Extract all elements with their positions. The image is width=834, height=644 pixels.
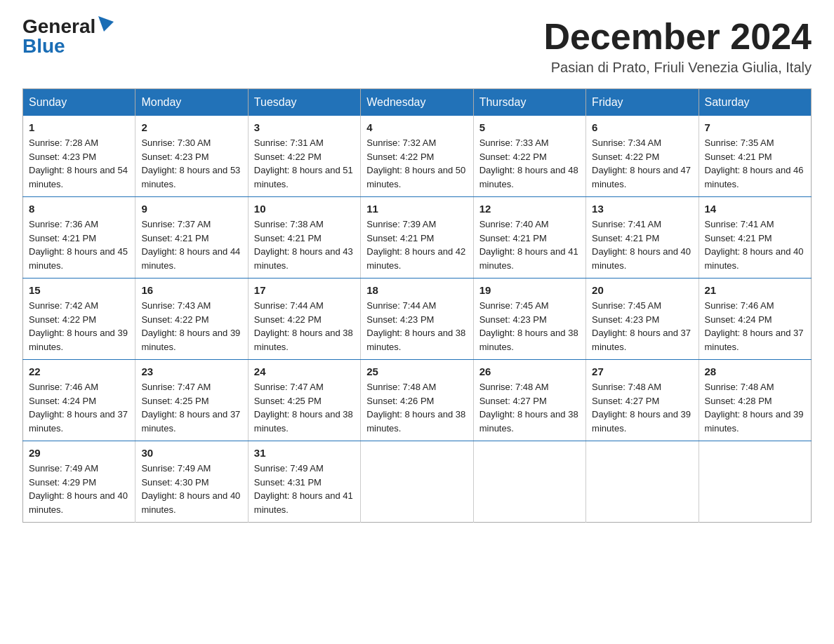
calendar-day-cell: 26 Sunrise: 7:48 AMSunset: 4:27 PMDaylig… [473, 360, 585, 441]
calendar-day-cell: 3 Sunrise: 7:31 AMSunset: 4:22 PMDayligh… [248, 116, 360, 197]
day-number: 2 [141, 121, 241, 133]
day-number: 8 [29, 203, 129, 215]
calendar-day-cell: 25 Sunrise: 7:48 AMSunset: 4:26 PMDaylig… [361, 360, 473, 441]
day-info: Sunrise: 7:31 AMSunset: 4:22 PMDaylight:… [254, 137, 353, 189]
day-info: Sunrise: 7:32 AMSunset: 4:22 PMDaylight:… [366, 137, 465, 189]
day-number: 17 [254, 284, 355, 296]
calendar-day-cell: 18 Sunrise: 7:44 AMSunset: 4:23 PMDaylig… [361, 279, 473, 360]
day-number: 6 [592, 121, 692, 133]
calendar-week-row: 22 Sunrise: 7:46 AMSunset: 4:24 PMDaylig… [23, 360, 812, 441]
day-info: Sunrise: 7:47 AMSunset: 4:25 PMDaylight:… [254, 382, 353, 434]
calendar-day-cell: 23 Sunrise: 7:47 AMSunset: 4:25 PMDaylig… [135, 360, 248, 441]
day-info: Sunrise: 7:48 AMSunset: 4:27 PMDaylight:… [592, 382, 691, 434]
calendar-day-cell: 24 Sunrise: 7:47 AMSunset: 4:25 PMDaylig… [248, 360, 360, 441]
day-info: Sunrise: 7:44 AMSunset: 4:23 PMDaylight:… [366, 300, 465, 352]
day-number: 13 [592, 203, 692, 215]
day-number: 16 [141, 284, 241, 296]
calendar-day-cell: 13 Sunrise: 7:41 AMSunset: 4:21 PMDaylig… [586, 197, 699, 279]
calendar-day-header: Wednesday [361, 89, 473, 116]
day-info: Sunrise: 7:43 AMSunset: 4:22 PMDaylight:… [141, 300, 240, 352]
day-number: 3 [254, 121, 355, 133]
logo: General Blue [22, 17, 114, 56]
calendar-day-header: Thursday [473, 89, 585, 116]
day-info: Sunrise: 7:49 AMSunset: 4:31 PMDaylight:… [254, 463, 353, 515]
calendar-table: SundayMondayTuesdayWednesdayThursdayFrid… [22, 88, 812, 523]
calendar-day-cell: 31 Sunrise: 7:49 AMSunset: 4:31 PMDaylig… [248, 441, 360, 523]
day-info: Sunrise: 7:35 AMSunset: 4:21 PMDaylight:… [705, 137, 804, 189]
calendar-day-cell: 30 Sunrise: 7:49 AMSunset: 4:30 PMDaylig… [135, 441, 248, 523]
day-number: 19 [479, 284, 580, 296]
day-number: 28 [705, 365, 805, 377]
calendar-day-header: Sunday [23, 89, 135, 116]
day-info: Sunrise: 7:30 AMSunset: 4:23 PMDaylight:… [141, 137, 240, 189]
calendar-day-cell: 19 Sunrise: 7:45 AMSunset: 4:23 PMDaylig… [473, 279, 585, 360]
calendar-day-cell: 20 Sunrise: 7:45 AMSunset: 4:23 PMDaylig… [586, 279, 699, 360]
page-header: General Blue December 2024 Pasian di Pra… [22, 17, 812, 76]
calendar-day-cell: 12 Sunrise: 7:40 AMSunset: 4:21 PMDaylig… [473, 197, 585, 279]
logo-general-text: General [22, 17, 95, 36]
day-info: Sunrise: 7:48 AMSunset: 4:28 PMDaylight:… [705, 382, 804, 434]
day-number: 9 [141, 203, 241, 215]
day-number: 23 [141, 365, 241, 377]
calendar-day-cell: 9 Sunrise: 7:37 AMSunset: 4:21 PMDayligh… [135, 197, 248, 279]
day-number: 12 [479, 203, 580, 215]
day-info: Sunrise: 7:41 AMSunset: 4:21 PMDaylight:… [705, 219, 804, 271]
calendar-day-cell: 4 Sunrise: 7:32 AMSunset: 4:22 PMDayligh… [361, 116, 473, 197]
logo-blue-text: Blue [22, 36, 65, 56]
calendar-day-cell: 22 Sunrise: 7:46 AMSunset: 4:24 PMDaylig… [23, 360, 135, 441]
day-number: 1 [29, 121, 129, 133]
day-info: Sunrise: 7:46 AMSunset: 4:24 PMDaylight:… [29, 382, 128, 434]
calendar-header-row: SundayMondayTuesdayWednesdayThursdayFrid… [23, 89, 812, 116]
calendar-day-cell: 2 Sunrise: 7:30 AMSunset: 4:23 PMDayligh… [135, 116, 248, 197]
calendar-day-cell: 27 Sunrise: 7:48 AMSunset: 4:27 PMDaylig… [586, 360, 699, 441]
day-info: Sunrise: 7:44 AMSunset: 4:22 PMDaylight:… [254, 300, 353, 352]
day-number: 18 [366, 284, 467, 296]
calendar-day-cell [586, 441, 699, 523]
day-number: 21 [705, 284, 805, 296]
calendar-day-header: Saturday [699, 89, 811, 116]
calendar-day-header: Friday [586, 89, 699, 116]
location-subtitle: Pasian di Prato, Friuli Venezia Giulia, … [543, 60, 812, 76]
day-info: Sunrise: 7:42 AMSunset: 4:22 PMDaylight:… [29, 300, 128, 352]
day-info: Sunrise: 7:49 AMSunset: 4:29 PMDaylight:… [29, 463, 128, 515]
day-info: Sunrise: 7:46 AMSunset: 4:24 PMDaylight:… [705, 300, 804, 352]
calendar-day-cell: 11 Sunrise: 7:39 AMSunset: 4:21 PMDaylig… [361, 197, 473, 279]
day-number: 15 [29, 284, 129, 296]
day-number: 27 [592, 365, 692, 377]
calendar-day-cell: 14 Sunrise: 7:41 AMSunset: 4:21 PMDaylig… [699, 197, 811, 279]
calendar-day-cell: 21 Sunrise: 7:46 AMSunset: 4:24 PMDaylig… [699, 279, 811, 360]
day-info: Sunrise: 7:36 AMSunset: 4:21 PMDaylight:… [29, 219, 128, 271]
day-number: 10 [254, 203, 355, 215]
calendar-day-cell: 1 Sunrise: 7:28 AMSunset: 4:23 PMDayligh… [23, 116, 135, 197]
day-number: 26 [479, 365, 580, 377]
day-info: Sunrise: 7:49 AMSunset: 4:30 PMDaylight:… [141, 463, 240, 515]
day-info: Sunrise: 7:40 AMSunset: 4:21 PMDaylight:… [479, 219, 578, 271]
day-info: Sunrise: 7:45 AMSunset: 4:23 PMDaylight:… [479, 300, 578, 352]
calendar-day-cell: 7 Sunrise: 7:35 AMSunset: 4:21 PMDayligh… [699, 116, 811, 197]
logo-triangle-icon [98, 16, 114, 32]
day-info: Sunrise: 7:37 AMSunset: 4:21 PMDaylight:… [141, 219, 240, 271]
calendar-day-cell: 5 Sunrise: 7:33 AMSunset: 4:22 PMDayligh… [473, 116, 585, 197]
day-info: Sunrise: 7:33 AMSunset: 4:22 PMDaylight:… [479, 137, 578, 189]
day-number: 22 [29, 365, 129, 377]
day-number: 11 [366, 203, 467, 215]
day-info: Sunrise: 7:41 AMSunset: 4:21 PMDaylight:… [592, 219, 691, 271]
calendar-day-cell: 16 Sunrise: 7:43 AMSunset: 4:22 PMDaylig… [135, 279, 248, 360]
calendar-day-cell: 17 Sunrise: 7:44 AMSunset: 4:22 PMDaylig… [248, 279, 360, 360]
calendar-week-row: 29 Sunrise: 7:49 AMSunset: 4:29 PMDaylig… [23, 441, 812, 523]
calendar-day-header: Monday [135, 89, 248, 116]
day-number: 5 [479, 121, 580, 133]
day-info: Sunrise: 7:38 AMSunset: 4:21 PMDaylight:… [254, 219, 353, 271]
calendar-day-header: Tuesday [248, 89, 360, 116]
calendar-week-row: 1 Sunrise: 7:28 AMSunset: 4:23 PMDayligh… [23, 116, 812, 197]
day-info: Sunrise: 7:47 AMSunset: 4:25 PMDaylight:… [141, 382, 240, 434]
calendar-day-cell: 15 Sunrise: 7:42 AMSunset: 4:22 PMDaylig… [23, 279, 135, 360]
calendar-day-cell [473, 441, 585, 523]
day-number: 31 [254, 447, 355, 459]
day-number: 20 [592, 284, 692, 296]
calendar-day-cell [699, 441, 811, 523]
day-info: Sunrise: 7:48 AMSunset: 4:26 PMDaylight:… [366, 382, 465, 434]
day-number: 30 [141, 447, 241, 459]
title-area: December 2024 Pasian di Prato, Friuli Ve… [543, 17, 812, 76]
svg-marker-0 [98, 16, 114, 32]
